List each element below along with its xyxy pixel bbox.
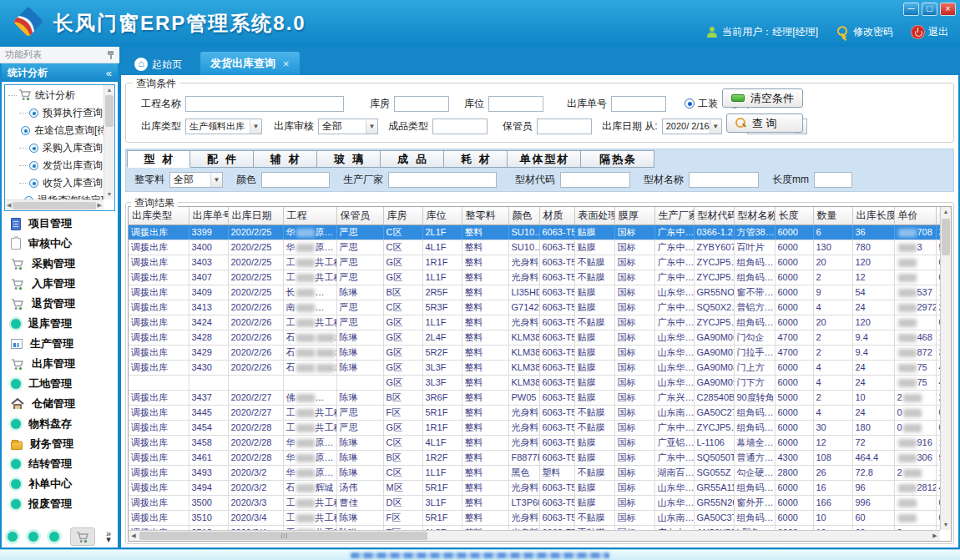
- result-row[interactable]: 调拨出库34242020/2/26工共工程严思G区1L1F整料光身料6063-T…: [129, 315, 940, 330]
- column-header[interactable]: 型材代码: [694, 207, 734, 225]
- search-button[interactable]: 查 询: [726, 114, 803, 133]
- column-header[interactable]: 出库单号: [189, 207, 228, 225]
- out-type-select[interactable]: 生产领料出库▼: [185, 119, 262, 134]
- column-header[interactable]: 工程: [283, 207, 336, 225]
- result-row[interactable]: 调拨出库35002020/3/3工共工程曹佳D区3L1F整料LT3P606063…: [129, 495, 940, 510]
- collapse-icon[interactable]: «: [106, 67, 112, 79]
- result-row[interactable]: 调拨出库34302020/2/26石城陈琳G区3L3F整料KLM38176063…: [129, 360, 940, 375]
- tree-item[interactable]: 退货查询[待定]: [8, 192, 104, 199]
- column-header[interactable]: 整零料: [462, 207, 508, 225]
- sidebar-item-出库管理[interactable]: 出库管理: [2, 354, 118, 374]
- tree-root[interactable]: 统计分析: [8, 87, 104, 104]
- integral-select[interactable]: 全部▼: [169, 172, 223, 188]
- sidebar-item-退货管理[interactable]: 退货管理: [2, 294, 118, 314]
- sidebar-item-补单中心[interactable]: 补单中心: [2, 474, 118, 494]
- code-input[interactable]: [560, 172, 630, 188]
- tab-home[interactable]: ⌂ 起始页: [128, 53, 189, 75]
- column-header[interactable]: 长度: [775, 207, 813, 225]
- result-row[interactable]: 调拨出库34282020/2/26石城陈琳G区2L4F整料KLM38176063…: [129, 330, 940, 345]
- product-type-input[interactable]: [432, 119, 488, 134]
- result-row[interactable]: 调拨出库34292020/2/26石城陈琳G区5R2F整料KLM38176063…: [129, 345, 940, 360]
- result-row[interactable]: 调拨出库33992020/2/25华原…严思C区2L1F整料SU10…6063-…: [129, 225, 940, 240]
- result-row[interactable]: 调拨出库34452020/2/27工共工程严思F区5R1F整料光身料6063-T…: [129, 405, 940, 420]
- column-header[interactable]: 颜色: [508, 207, 539, 225]
- tab-close-icon[interactable]: ×: [283, 58, 290, 70]
- sidebar-item-入库管理[interactable]: 入库管理: [2, 274, 118, 294]
- close-button[interactable]: ×: [940, 3, 956, 16]
- change-password-button[interactable]: 修改密码: [836, 25, 893, 39]
- warehouse-input[interactable]: [394, 96, 449, 112]
- tree-vertical-scrollbar[interactable]: ▲ ▼: [104, 85, 114, 199]
- sidebar-item-物料盘存[interactable]: 物料盘存: [2, 414, 118, 434]
- tree-item[interactable]: 预算执行查询: [8, 104, 104, 122]
- result-row[interactable]: G区3L3F整料KLM38176063-T5贴膜国标山东华…GA90M09…门下…: [129, 375, 940, 390]
- tree-item[interactable]: 收货入库查询: [8, 174, 104, 192]
- column-header[interactable]: 库位: [422, 207, 462, 225]
- name-input[interactable]: [689, 172, 759, 188]
- column-header[interactable]: 生产厂家: [654, 207, 694, 225]
- result-row[interactable]: 调拨出库34032020/2/25工共工程严思G区1R1F整料光身料6063-T…: [129, 255, 940, 270]
- minimize-button[interactable]: ─: [903, 3, 919, 16]
- tree-item[interactable]: 采购入库查询: [8, 139, 104, 157]
- column-header[interactable]: 型材名称: [734, 207, 775, 225]
- length-input[interactable]: [814, 172, 852, 188]
- material-tab-配件[interactable]: 配件: [190, 150, 254, 168]
- nav-dot-icon[interactable]: [49, 532, 59, 542]
- column-header[interactable]: 材质: [539, 207, 574, 225]
- sidebar-item-生产管理[interactable]: 生产管理: [2, 334, 118, 354]
- material-tab-耗材[interactable]: 耗材: [444, 150, 508, 168]
- material-tab-单体型材[interactable]: 单体型材: [508, 150, 581, 168]
- pin-icon[interactable]: [107, 50, 114, 59]
- project-input[interactable]: [185, 96, 344, 112]
- sidebar-item-项目管理[interactable]: 项目管理: [2, 214, 118, 234]
- sidebar-item-退库管理[interactable]: 退库管理: [2, 314, 118, 334]
- logout-button[interactable]: 退出: [912, 25, 948, 39]
- maximize-button[interactable]: □: [922, 3, 937, 16]
- overflow-chevron[interactable]: »▾: [106, 531, 111, 542]
- sidebar-item-采购管理[interactable]: 采购管理: [2, 254, 118, 274]
- grid-horizontal-scrollbar[interactable]: ◀ ▶: [129, 530, 940, 541]
- order-no-input[interactable]: [611, 96, 666, 112]
- column-header[interactable]: 出库日期: [228, 207, 283, 225]
- result-row[interactable]: 调拨出库34092020/2/25长…陈琳B区2R5F整料LI35HD6063-…: [129, 285, 940, 300]
- sidebar-item-审核中心[interactable]: 审核中心: [2, 234, 118, 254]
- material-tab-成品[interactable]: 成品: [381, 150, 444, 168]
- cart-nav-button[interactable]: [70, 527, 95, 546]
- column-header[interactable]: 保管员: [336, 207, 383, 225]
- nav-dot-icon[interactable]: [28, 532, 38, 542]
- result-row[interactable]: 调拨出库34132020/2/26南…严思C区5R3F整料G714226063-…: [129, 300, 940, 315]
- column-header[interactable]: 膜厚: [614, 207, 654, 225]
- column-header[interactable]: 数量: [813, 207, 852, 225]
- column-header[interactable]: 表面处理: [574, 207, 614, 225]
- material-tab-玻璃[interactable]: 玻璃: [317, 150, 381, 168]
- nav-dot-icon[interactable]: [8, 532, 18, 542]
- out-audit-select[interactable]: 全部▼: [318, 119, 378, 134]
- material-tab-隔热条[interactable]: 隔热条: [581, 150, 654, 168]
- clear-conditions-button[interactable]: 清空条件: [722, 88, 803, 108]
- section-header[interactable]: 统计分析 «: [2, 63, 118, 82]
- result-row[interactable]: 调拨出库34072020/2/25工共工程严思G区1L1F整料光身料6063-T…: [129, 270, 940, 285]
- tree-horizontal-scrollbar[interactable]: ◀▶: [5, 199, 104, 210]
- sidebar-item-财务管理[interactable]: 财务管理: [2, 434, 118, 454]
- result-row[interactable]: 调拨出库34932020/3/2华原…陈琳C区1L1F整料黑色塑料不贴膜国标湖南…: [129, 465, 940, 480]
- maker-input[interactable]: [388, 172, 497, 188]
- tab-shipment-query[interactable]: 发货出库查询 ×: [200, 52, 300, 75]
- sidebar-item-结转管理[interactable]: 结转管理: [2, 454, 118, 474]
- location-input[interactable]: [488, 96, 543, 112]
- date-from-select[interactable]: 2020/ 2/16▼: [662, 119, 722, 134]
- result-row[interactable]: 调拨出库34582020/2/28华原…陈琳C区4L1F整料光身料6063-T5…: [129, 435, 940, 450]
- sidebar-item-报废管理[interactable]: 报废管理: [2, 494, 118, 514]
- sidebar-item-工地管理[interactable]: 工地管理: [2, 374, 118, 394]
- result-row[interactable]: 调拨出库34542020/2/28工共工程严思G区1R1F整料光身料6063-T…: [129, 420, 940, 435]
- result-row[interactable]: 调拨出库34002020/2/25华原…严思C区4L1F整料SU10…6063-…: [129, 240, 940, 255]
- column-header[interactable]: 单价: [894, 207, 936, 225]
- result-row[interactable]: 调拨出库34612020/2/28华原…陈琳B区1R2F整料F8877FT606…: [129, 450, 940, 465]
- radio-workwear[interactable]: 工装: [685, 97, 718, 111]
- result-row[interactable]: 调拨出库35102020/3/4工共工程陈琳F区5R1F整料光身料6063-T5…: [129, 510, 940, 525]
- grid-vertical-scrollbar[interactable]: ▲ ▼: [940, 207, 951, 530]
- column-header[interactable]: 出库长度: [852, 207, 894, 225]
- material-tab-辅材[interactable]: 辅材: [254, 150, 317, 168]
- result-row[interactable]: 调拨出库34942020/3/2石辉城汤伟M区5R1F整料光身料6063-T5贴…: [129, 480, 940, 495]
- color-input[interactable]: [261, 172, 330, 188]
- column-header[interactable]: 库房: [383, 207, 422, 225]
